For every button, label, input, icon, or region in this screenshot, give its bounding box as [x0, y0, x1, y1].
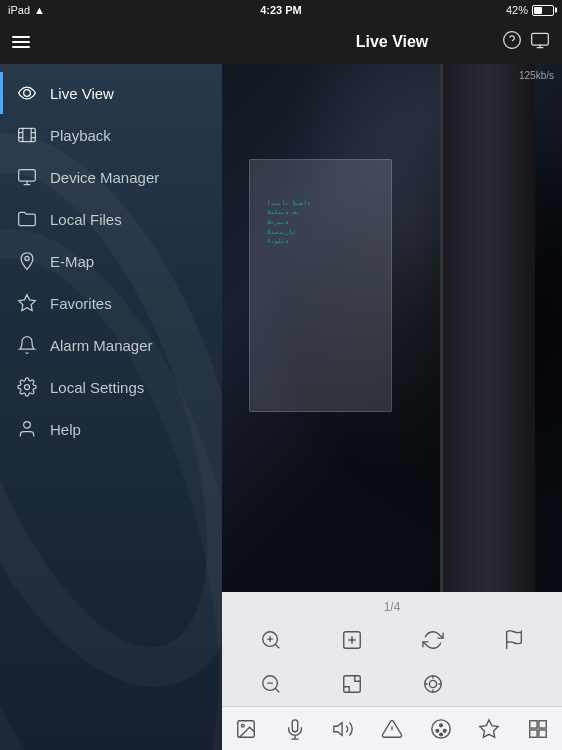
svg-point-4	[25, 385, 30, 390]
page-indicator: 1/4	[222, 596, 562, 618]
device-label: iPad	[8, 4, 30, 16]
stream-button[interactable]	[530, 30, 550, 55]
svg-rect-1	[19, 128, 36, 141]
sidebar: Live View Playback Dev	[0, 20, 222, 750]
empty-button-4	[492, 666, 536, 702]
svg-point-3	[25, 256, 29, 260]
folder-icon	[16, 208, 38, 230]
svg-rect-11	[343, 676, 360, 693]
sidebar-label-alarm-manager: Alarm Manager	[50, 337, 153, 354]
sidebar-label-playback: Playback	[50, 127, 111, 144]
sidebar-label-help: Help	[50, 421, 81, 438]
sidebar-label-favorites: Favorites	[50, 295, 112, 312]
sidebar-label-device-manager: Device Manager	[50, 169, 159, 186]
zoom-in-button[interactable]	[249, 622, 293, 658]
svg-rect-27	[539, 729, 546, 736]
menu-line-3	[12, 46, 30, 48]
person-icon	[16, 418, 38, 440]
film-icon	[16, 124, 38, 146]
bottom-toolbar: 1/4	[222, 592, 562, 750]
app-container: Live View Playback Dev	[0, 20, 562, 750]
svg-rect-26	[529, 729, 536, 736]
sidebar-label-e-map: E-Map	[50, 253, 94, 270]
zoom-out-button[interactable]	[249, 666, 293, 702]
sidebar-item-playback[interactable]: Playback	[0, 114, 222, 156]
svg-point-21	[435, 729, 438, 732]
main-header: Live View	[222, 20, 562, 64]
svg-point-5	[24, 422, 31, 429]
bitrate-label: 125kb/s	[519, 70, 554, 81]
iris-button[interactable]	[411, 666, 455, 702]
sidebar-item-local-files[interactable]: Local Files	[0, 198, 222, 240]
status-bar: iPad ▲ 4:23 PM 42%	[0, 0, 562, 20]
star-nav-button[interactable]	[467, 707, 511, 751]
bell-icon	[16, 334, 38, 356]
sidebar-item-live-view[interactable]: Live View	[0, 72, 222, 114]
wifi-icon: ▲	[34, 4, 45, 16]
star-icon	[16, 292, 38, 314]
svg-point-0	[24, 90, 31, 97]
battery-icon	[532, 5, 554, 16]
status-right: 42%	[506, 4, 554, 16]
sidebar-item-help[interactable]: Help	[0, 408, 222, 450]
sidebar-item-device-manager[interactable]: Device Manager	[0, 156, 222, 198]
tool-row-2	[222, 662, 562, 706]
svg-point-23	[439, 733, 442, 736]
battery-percent: 42%	[506, 4, 528, 16]
svg-rect-25	[539, 720, 546, 727]
svg-rect-24	[529, 720, 536, 727]
sidebar-label-local-settings: Local Settings	[50, 379, 144, 396]
sidebar-item-alarm-manager[interactable]: Alarm Manager	[0, 324, 222, 366]
warning-nav-button[interactable]	[370, 707, 414, 751]
sidebar-label-local-files: Local Files	[50, 211, 122, 228]
sidebar-item-favorites[interactable]: Favorites	[0, 282, 222, 324]
tool-row-1	[222, 618, 562, 662]
nav-items: Live View Playback Dev	[0, 64, 222, 750]
battery-fill	[534, 7, 542, 14]
monitor-icon	[16, 166, 38, 188]
bottom-nav	[222, 706, 562, 750]
refresh-button[interactable]	[411, 622, 455, 658]
svg-marker-16	[334, 722, 342, 735]
palette-nav-button[interactable]	[419, 707, 463, 751]
expand-button[interactable]	[330, 666, 374, 702]
whiteboard: ءاهبلا تايبدأ يف ةبتكملا ةيبرعلا تاريدصت…	[249, 159, 392, 412]
gear-icon	[16, 376, 38, 398]
svg-point-6	[504, 31, 521, 48]
location-icon	[16, 250, 38, 272]
grid-nav-button[interactable]	[516, 707, 560, 751]
status-left: iPad ▲	[8, 4, 45, 16]
help-button[interactable]	[502, 30, 522, 55]
camera-view: ءاهبلا تايبدأ يف ةبتكملا ةيبرعلا تاريدصت…	[222, 64, 562, 592]
main-title: Live View	[356, 33, 429, 51]
svg-point-13	[429, 680, 436, 687]
menu-button[interactable]	[12, 36, 30, 48]
svg-rect-2	[19, 170, 36, 182]
speaker-nav-button[interactable]	[321, 707, 365, 751]
header-right-buttons	[502, 30, 550, 55]
svg-point-20	[439, 723, 442, 726]
image-nav-button[interactable]	[224, 707, 268, 751]
menu-line-2	[12, 41, 30, 43]
right-panel: Live View	[222, 20, 562, 750]
svg-point-22	[443, 729, 446, 732]
flag-button[interactable]	[492, 622, 536, 658]
sidebar-item-e-map[interactable]: E-Map	[0, 240, 222, 282]
door-frame	[440, 64, 535, 592]
menu-line-1	[12, 36, 30, 38]
whiteboard-text: ءاهبلا تايبدأ يف ةبتكملا ةيبرعلا تاريدصت…	[267, 198, 310, 246]
mic-nav-button[interactable]	[273, 707, 317, 751]
sidebar-item-local-settings[interactable]: Local Settings	[0, 366, 222, 408]
svg-point-15	[242, 724, 245, 727]
status-time: 4:23 PM	[260, 4, 302, 16]
camera-image: ءاهبلا تايبدأ يف ةبتكملا ةيبرعلا تاريدصت…	[222, 64, 562, 592]
camera-icon	[16, 82, 38, 104]
add-camera-button[interactable]	[330, 622, 374, 658]
svg-rect-7	[532, 33, 549, 45]
sidebar-label-live-view: Live View	[50, 85, 114, 102]
sidebar-header	[0, 20, 222, 64]
